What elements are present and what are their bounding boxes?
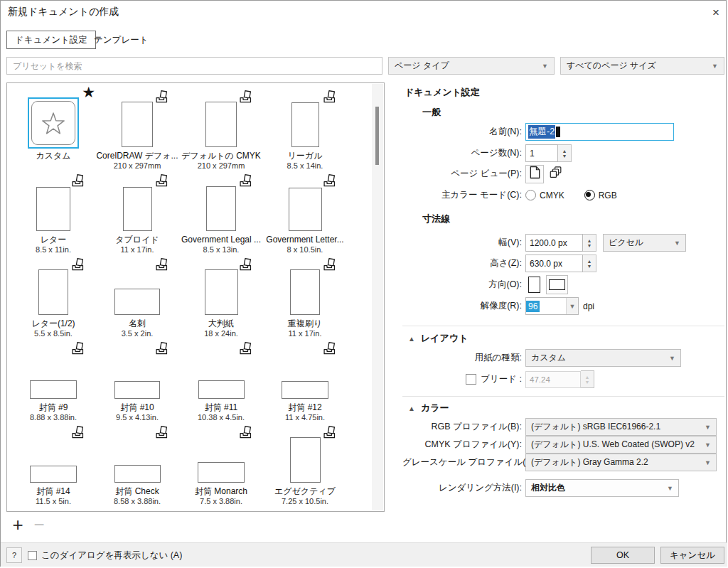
preset-name: エグゼクティブ [274,486,336,497]
preset-thumbnail [289,188,322,231]
divider [402,326,724,326]
preset-item[interactable]: 封筒 #10 9.5 x 4.13in. [95,341,179,424]
add-preset-button[interactable]: + [9,515,26,534]
facing-pages-view-button[interactable] [547,166,564,183]
preset-name: 封筒 Monarch [195,486,247,497]
bleed-checkbox[interactable] [466,374,476,385]
portrait-orientation-button[interactable] [525,277,542,294]
tab-document-settings[interactable]: ドキュメント設定 [6,31,96,49]
preset-item[interactable]: エグゼクティブ 7.25 x 10.5in. [263,424,347,508]
preset-dims: 18 x 24in. [204,329,238,338]
paper-type-dropdown[interactable]: カスタム ▼ [525,349,681,367]
tab-document-settings-label: ドキュメント設定 [15,34,87,46]
preset-item[interactable]: デフォルトの CMYK 210 x 297mm [179,89,263,173]
width-stepper[interactable]: ▲▼ [583,234,596,252]
preset-item[interactable]: 名刺 3.5 x 2in. [95,257,179,341]
cancel-button[interactable]: キャンセル [660,547,724,564]
rendering-intent-label: レンダリング方法(I): [402,482,525,494]
preset-name: CorelDRAW デフォ... [96,151,178,161]
preset-item[interactable]: ★ カスタム [11,89,95,173]
preset-list-panel: ★ カスタム CorelDRAW デフォ... 210 x 297mm デフォル… [6,82,385,512]
preset-thumb-zone [11,424,95,484]
dont-show-again-checkbox[interactable] [28,551,37,560]
page-count-input[interactable]: 1 [525,144,558,162]
preset-dims: 210 x 297mm [198,161,245,171]
height-input[interactable]: 630.0 px [525,254,583,272]
preset-item[interactable]: Government Letter... 8 x 10.5in. [263,173,347,257]
dialog-title: 新規ドキュメントの作成 [8,6,119,18]
unit-dropdown[interactable]: ピクセル ▼ [603,234,686,252]
tab-templates[interactable]: テンプレート [86,31,156,49]
preset-item[interactable]: 重複刷り 11 x 17in. [263,257,347,341]
close-icon[interactable]: × [707,4,724,21]
preset-item[interactable]: Government Legal ... 8.5 x 13in. [179,173,263,257]
star-outline-icon [33,102,74,144]
grayscale-profile-dropdown[interactable]: (デフォルト) Gray Gamma 2.2 ▼ [525,454,717,471]
preset-item[interactable]: 封筒 #11 10.38 x 4.5in. [179,341,263,424]
landscape-orientation-button[interactable] [546,275,568,294]
preset-item[interactable]: タブロイド 11 x 17in. [95,173,179,257]
preset-dims: 8.5 x 13in. [203,245,240,254]
collapse-icon[interactable]: ▲ [408,335,415,343]
preset-item[interactable]: CorelDRAW デフォ... 210 x 297mm [95,89,179,173]
preset-name: 名刺 [129,318,146,329]
preset-dims: 7.5 x 3.88in. [200,497,242,506]
rgb-radio[interactable] [584,190,595,200]
width-input[interactable]: 1200.0 px [525,234,583,252]
unit-value: ピクセル [609,237,643,249]
ok-button[interactable]: OK [591,547,655,564]
preset-search-input[interactable] [6,57,382,75]
chevron-down-icon[interactable]: ▼ [566,298,578,314]
preset-item[interactable]: レター 8.5 x 11in. [11,173,95,257]
scrollbar-track[interactable] [372,84,383,510]
collapse-icon[interactable]: ▲ [408,404,415,412]
remove-preset-button[interactable]: − [31,515,48,534]
printer-icon [323,258,336,272]
document-settings-heading: ドキュメント設定 [405,86,480,99]
preset-dims: 9.5 x 4.13in. [116,413,159,422]
preset-name: 封筒 Check [115,486,159,497]
height-stepper[interactable]: ▲▼ [583,254,596,272]
preset-item[interactable]: 封筒 #12 11 x 4.75in. [263,341,347,424]
page-size-dropdown[interactable]: すべてのページ サイズ ▼ [560,57,724,75]
preset-item[interactable]: リーガル 8.5 x 14in. [263,89,347,173]
preset-thumb-zone [95,257,179,316]
preset-item[interactable]: 封筒 Check 8.58 x 3.88in. [95,424,179,508]
help-button[interactable]: ? [6,547,22,563]
name-input[interactable]: 無題-2 [525,123,674,141]
preset-thumb-zone [263,257,347,316]
preset-grid: ★ カスタム CorelDRAW デフォ... 210 x 297mm デフォル… [11,89,347,508]
page-type-dropdown[interactable]: ページ タイプ ▼ [388,57,555,75]
single-page-view-button[interactable] [525,165,544,183]
preset-name: デフォルトの CMYK [181,151,261,161]
grayscale-profile-label: グレースケール プロファイル(... [402,456,525,468]
preset-name: レター [41,235,67,245]
color-section-header[interactable]: ▲ カラー [408,402,449,414]
page-count-stepper[interactable]: ▲▼ [558,144,572,162]
multi-page-icon [549,166,563,183]
resolution-combobox[interactable]: 96 ▼ [525,297,579,315]
rgb-profile-dropdown[interactable]: (デフォルト) sRGB IEC61966-2.1 ▼ [525,418,717,436]
preset-item[interactable]: 大判紙 18 x 24in. [179,257,263,341]
portrait-icon [528,277,540,293]
chevron-down-icon: ▼ [542,63,548,70]
chevron-down-icon: ▼ [674,240,680,247]
preset-item[interactable]: 封筒 #14 11.5 x 5in. [11,424,95,508]
preset-item[interactable]: 封筒 Monarch 7.5 x 3.88in. [179,424,263,508]
preset-name: タブロイド [115,235,159,245]
layout-section-header[interactable]: ▲ レイアウト [408,332,468,345]
scrollbar-thumb[interactable] [375,107,379,165]
preset-item[interactable]: 封筒 #9 8.88 x 3.88in. [11,341,95,424]
preset-dims: 8.88 x 3.88in. [30,413,77,422]
preset-item[interactable]: レター(1/2) 5.5 x 8.5in. [11,257,95,341]
cmyk-radio[interactable] [525,190,536,200]
preset-thumb-zone [11,257,95,316]
rendering-intent-dropdown[interactable]: 相対比色 ▼ [525,479,679,497]
tab-templates-label: テンプレート [94,34,148,46]
printer-icon [155,426,168,439]
preset-thumb-zone [179,424,263,484]
preset-dims: 11 x 4.75in. [285,413,325,422]
cmyk-profile-dropdown[interactable]: (デフォルト) U.S. Web Coated (SWOP) v2 ▼ [525,436,717,454]
preset-thumbnail [205,269,238,315]
preset-dims: 8.5 x 14in. [287,161,323,171]
